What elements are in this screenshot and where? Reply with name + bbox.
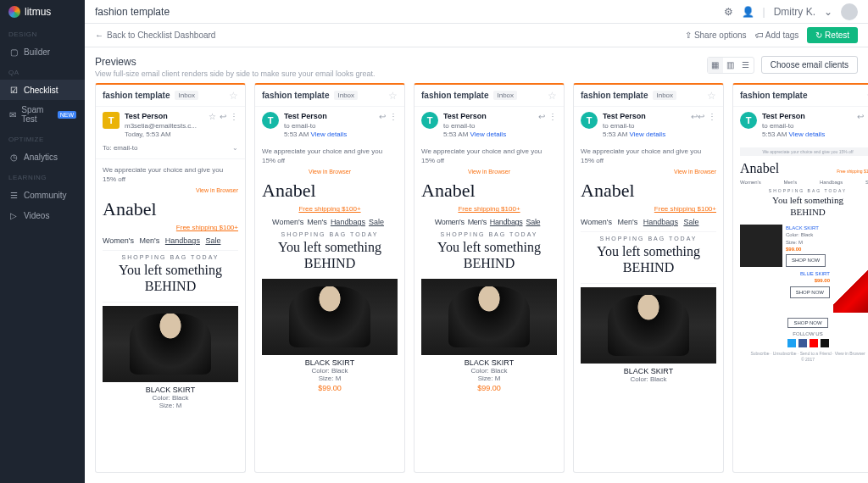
star-icon[interactable]: ☆ <box>229 90 238 102</box>
nav-section-qa: QA <box>0 62 85 80</box>
view-in-browser-link[interactable]: View in Browser <box>262 169 398 175</box>
builder-icon: ▢ <box>8 47 19 57</box>
social-icon[interactable] <box>821 339 829 347</box>
product-size: Size: M <box>262 375 398 382</box>
star-icon[interactable]: ☆ <box>388 90 398 102</box>
product-size: Size: M <box>421 375 557 382</box>
product-color: Color: Black <box>581 375 716 383</box>
more-icon[interactable]: ⋮ <box>389 112 398 121</box>
videos-icon: ▷ <box>8 210 19 220</box>
view-in-browser-link[interactable]: View in Browser <box>103 187 238 193</box>
reply-icon[interactable]: ↩ <box>379 112 386 121</box>
view-columns-icon[interactable]: ▥ <box>723 58 738 73</box>
reply-all-icon[interactable]: ↩↩ <box>691 112 704 121</box>
back-label: Back to Checklist Dashboard <box>107 31 215 40</box>
sidebar-item-label: Checklist <box>24 86 58 95</box>
settings-icon[interactable]: ⚙ <box>724 6 733 18</box>
preview-card[interactable]: fashion template ☆ T Test Person to emai… <box>732 83 868 473</box>
reply-icon[interactable]: ↩ <box>538 112 545 121</box>
preview-card[interactable]: fashion template Inbox ☆ T Test Person t… <box>573 83 724 473</box>
user-name[interactable]: Dmitry K. <box>774 6 815 18</box>
spam-icon: ✉ <box>8 109 16 119</box>
person-icon[interactable]: 👤 <box>742 6 754 18</box>
youtube-icon[interactable] <box>810 339 818 347</box>
preview-card[interactable]: fashion template Inbox ☆ T Test Person m… <box>95 83 246 473</box>
shop-now-button[interactable]: SHOP NOW <box>790 286 830 298</box>
free-shipping-link[interactable]: Free shipping $100+ <box>421 205 557 213</box>
view-list-icon[interactable]: ☰ <box>738 58 754 73</box>
retest-button[interactable]: ↻ Retest <box>807 27 858 43</box>
shop-now-button[interactable]: SHOP NOW <box>787 318 827 328</box>
choose-email-clients-button[interactable]: Choose email clients <box>761 56 858 74</box>
star-icon[interactable]: ☆ <box>209 112 216 121</box>
sender-name: Test Person <box>762 112 852 122</box>
product-row: BLUE SKIRT $99.00 SHOP NOW <box>740 270 868 313</box>
nav-section-learning: LEARNING <box>0 167 85 185</box>
twitter-icon[interactable] <box>787 339 796 347</box>
more-icon[interactable]: ⋮ <box>548 112 557 121</box>
view-in-browser-link[interactable]: View in Browser <box>581 169 716 175</box>
sender-name: Test Person <box>443 112 533 122</box>
free-shipping-link[interactable]: Free shipping $100+ <box>581 205 716 213</box>
add-tags[interactable]: 🏷 Add tags <box>755 31 799 40</box>
more-icon[interactable]: ⋮ <box>230 112 238 121</box>
reply-icon[interactable]: ↩ <box>220 112 226 121</box>
product-image <box>581 287 716 364</box>
preview-card[interactable]: fashion template Inbox ☆ T Test Person t… <box>414 83 565 473</box>
facebook-icon[interactable] <box>798 339 807 347</box>
product-image <box>103 306 238 382</box>
card-title: fashion template <box>740 91 807 100</box>
view-in-browser-link[interactable]: View in Browser <box>421 169 557 175</box>
sidebar: litmus DESIGN ▢ Builder QA ☑ Checklist ✉… <box>0 0 85 483</box>
sidebar-item-checklist[interactable]: ☑ Checklist <box>0 80 85 100</box>
share-options[interactable]: ⇪ Share options <box>685 31 747 40</box>
star-icon[interactable]: ☆ <box>548 90 557 102</box>
more-icon[interactable]: ⋮ <box>708 112 716 121</box>
product-price: $99.00 <box>421 384 557 392</box>
preview-card[interactable]: fashion template Inbox ☆ T Test Person t… <box>254 83 405 473</box>
star-icon[interactable]: ☆ <box>707 90 716 102</box>
sidebar-item-analytics[interactable]: ◷ Analytics <box>0 147 85 167</box>
promo-bar: We appreciate your choice and give you 1… <box>740 147 868 156</box>
product-name: BLACK SKIRT <box>786 225 868 231</box>
chevron-down-icon[interactable]: ⌄ <box>824 6 832 18</box>
follow-us-label: FOLLOW US <box>740 331 868 336</box>
email-time: Today, 5:53 AM <box>125 130 203 139</box>
product-name: BLACK SKIRT <box>421 358 557 367</box>
nav-section-optimize: OPTIMIZE <box>0 129 85 147</box>
sidebar-item-community[interactable]: ☰ Community <box>0 185 85 205</box>
main-panel: fashion template ⚙ 👤 | Dmitry K. ⌄ ← Bac… <box>85 0 868 483</box>
shop-now-button[interactable]: SHOP NOW <box>786 254 826 266</box>
product-name: BLACK SKIRT <box>262 358 398 367</box>
brand-logo[interactable]: litmus <box>0 0 85 24</box>
free-shipping-link[interactable]: Free shipping $100+ <box>262 205 398 213</box>
chevron-down-icon[interactable]: ⌄ <box>232 144 238 152</box>
section-label: SHOPPING BAG TODAY <box>581 236 716 242</box>
product-name: BLACK SKIRT <box>103 386 238 394</box>
previews-subtitle: View full-size email client renders side… <box>95 69 687 78</box>
inbox-badge: Inbox <box>493 91 517 100</box>
product-image-shoes <box>833 270 868 313</box>
view-details-link[interactable]: View details <box>789 130 826 138</box>
sidebar-item-label: Community <box>24 191 67 200</box>
email-nav: Women'sMen'sHandbagsSale <box>262 218 398 226</box>
view-details-link[interactable]: View details <box>470 130 507 138</box>
sidebar-item-spamtest[interactable]: ✉ Spam Test NEW <box>0 100 85 129</box>
view-details-link[interactable]: View details <box>630 130 666 138</box>
social-icons <box>740 339 868 347</box>
previews-cards-row[interactable]: fashion template Inbox ☆ T Test Person m… <box>85 83 868 483</box>
free-shipping-link[interactable]: Free shipping $100+ <box>103 224 238 231</box>
back-to-dashboard[interactable]: ← Back to Checklist Dashboard <box>95 31 215 40</box>
free-shipping-link[interactable]: Free shipping $100+ <box>837 169 868 174</box>
product-color: Color: Black <box>421 367 557 375</box>
view-details-link[interactable]: View details <box>311 130 348 138</box>
avatar[interactable] <box>841 3 858 20</box>
product-image <box>740 225 782 267</box>
sidebar-item-builder[interactable]: ▢ Builder <box>0 42 85 62</box>
intro-text: We appreciate your choice and give you 1… <box>421 147 557 165</box>
view-grid-icon[interactable]: ▦ <box>708 58 723 73</box>
to-line: to email-to <box>284 122 374 130</box>
sidebar-item-videos[interactable]: ▷ Videos <box>0 205 85 225</box>
sidebar-item-label: Videos <box>24 211 49 220</box>
reply-icon[interactable]: ↩ <box>857 112 864 121</box>
